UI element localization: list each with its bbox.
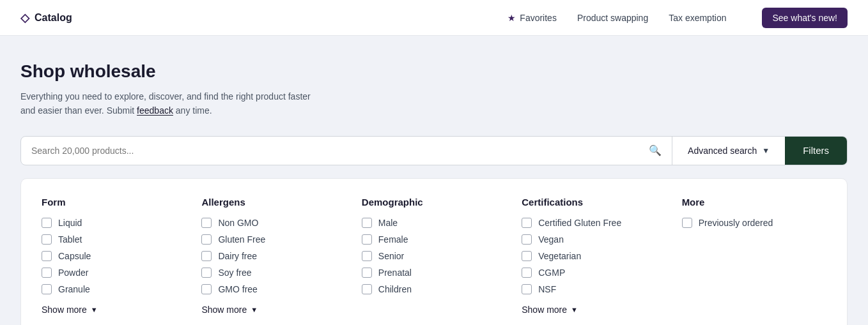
whats-new-button[interactable]: See what's new! — [762, 8, 848, 28]
list-item[interactable]: Vegan — [522, 234, 666, 245]
list-item[interactable]: Gluten Free — [201, 234, 346, 245]
subtitle-text-3: any time. — [173, 105, 212, 116]
filter-items-demographic: MaleFemaleSeniorPrenatalChildren — [362, 218, 506, 294]
favorites-link[interactable]: ★ Favorites — [508, 13, 557, 23]
filter-checkbox[interactable] — [682, 218, 692, 228]
filter-col-title-demographic: Demographic — [362, 197, 506, 208]
list-item[interactable]: CGMP — [522, 268, 666, 278]
search-icon: 🔍 — [649, 144, 662, 156]
chevron-down-icon: ▼ — [91, 306, 98, 314]
filter-item-label: CGMP — [538, 268, 565, 278]
filter-checkbox[interactable] — [522, 251, 532, 261]
page-title: Shop wholesale — [20, 61, 848, 82]
list-item[interactable]: Tablet — [42, 234, 186, 245]
list-item[interactable]: Female — [362, 234, 506, 245]
list-item[interactable]: GMO free — [201, 284, 346, 294]
filter-column-form: FormLiquidTabletCapsulePowderGranuleShow… — [42, 197, 201, 315]
filter-column-demographic: DemographicMaleFemaleSeniorPrenatalChild… — [362, 197, 522, 315]
filter-checkbox[interactable] — [201, 251, 212, 261]
filter-checkbox[interactable] — [42, 251, 52, 261]
advanced-search-button[interactable]: Advanced search ▼ — [672, 137, 785, 165]
filter-checkbox[interactable] — [522, 218, 532, 228]
filter-item-label: Granule — [58, 284, 90, 294]
tax-exemption-link[interactable]: Tax exemption — [669, 13, 726, 23]
filter-checkbox[interactable] — [201, 218, 212, 228]
page-subtitle: Everything you need to explore, discover… — [20, 89, 848, 118]
star-icon: ★ — [508, 13, 516, 23]
filter-panel: FormLiquidTabletCapsulePowderGranuleShow… — [20, 178, 848, 325]
filter-checkbox[interactable] — [522, 234, 532, 245]
logo-label: Catalog — [35, 12, 72, 24]
show-more-button-allergens[interactable]: Show more▼ — [201, 305, 258, 315]
filter-item-label: NSF — [538, 284, 556, 294]
chevron-down-icon: ▼ — [762, 146, 770, 155]
search-input[interactable] — [31, 137, 644, 165]
search-input-container: 🔍 — [21, 137, 672, 165]
filter-checkbox[interactable] — [42, 284, 52, 294]
chevron-down-icon: ▼ — [251, 306, 258, 314]
list-item[interactable]: NSF — [522, 284, 666, 294]
list-item[interactable]: Powder — [42, 268, 186, 278]
filter-items-form: LiquidTabletCapsulePowderGranule — [42, 218, 186, 294]
filter-column-allergens: AllergensNon GMOGluten FreeDairy freeSoy… — [201, 197, 361, 315]
filter-item-label: Tablet — [58, 234, 82, 245]
filter-item-label: Liquid — [58, 218, 82, 228]
filter-item-label: Non GMO — [218, 218, 258, 228]
list-item[interactable]: Dairy free — [201, 251, 346, 261]
filter-checkbox[interactable] — [362, 234, 372, 245]
filter-checkbox[interactable] — [42, 268, 52, 278]
list-item[interactable]: Soy free — [201, 268, 346, 278]
filter-item-label: Powder — [58, 268, 88, 278]
chevron-down-icon: ▼ — [571, 306, 578, 314]
filter-items-certifications: Certified Gluten FreeVeganVegetarianCGMP… — [522, 218, 666, 294]
subtitle-text-2: and easier than ever. Submit — [20, 105, 137, 116]
product-swapping-link[interactable]: Product swapping — [577, 13, 648, 23]
list-item[interactable]: Previously ordered — [682, 218, 826, 228]
filter-item-label: Dairy free — [218, 251, 257, 261]
filter-checkbox[interactable] — [201, 234, 212, 245]
filter-item-label: Certified Gluten Free — [538, 218, 621, 228]
navigation: ◇ Catalog ★ Favorites Product swapping T… — [0, 0, 868, 36]
filter-item-label: Soy free — [218, 268, 251, 278]
filter-item-label: Male — [378, 218, 398, 228]
filter-column-certifications: CertificationsCertified Gluten FreeVegan… — [522, 197, 681, 315]
main-content: Shop wholesale Everything you need to ex… — [0, 36, 868, 325]
list-item[interactable]: Certified Gluten Free — [522, 218, 666, 228]
filter-checkbox[interactable] — [201, 268, 212, 278]
nav-links: ★ Favorites Product swapping Tax exempti… — [508, 8, 848, 28]
filter-checkbox[interactable] — [362, 251, 372, 261]
filter-item-label: Senior — [378, 251, 404, 261]
filter-col-title-more: More — [682, 197, 826, 208]
subtitle-text-1: Everything you need to explore, discover… — [20, 91, 311, 102]
filters-button[interactable]: Filters — [785, 137, 847, 165]
filter-checkbox[interactable] — [362, 268, 372, 278]
filter-checkbox[interactable] — [522, 268, 532, 278]
filter-item-label: GMO free — [218, 284, 257, 294]
feedback-link[interactable]: feedback — [137, 105, 173, 116]
filter-checkbox[interactable] — [362, 218, 372, 228]
filter-checkbox[interactable] — [42, 234, 52, 245]
filter-item-label: Vegetarian — [538, 251, 581, 261]
list-item[interactable]: Granule — [42, 284, 186, 294]
list-item[interactable]: Children — [362, 284, 506, 294]
advanced-search-label: Advanced search — [688, 146, 757, 156]
filter-col-title-allergens: Allergens — [201, 197, 346, 208]
list-item[interactable]: Prenatal — [362, 268, 506, 278]
list-item[interactable]: Male — [362, 218, 506, 228]
list-item[interactable]: Capsule — [42, 251, 186, 261]
show-more-button-form[interactable]: Show more▼ — [42, 305, 98, 315]
filter-item-label: Female — [378, 234, 408, 245]
filter-checkbox[interactable] — [201, 284, 212, 294]
filter-checkbox[interactable] — [362, 284, 372, 294]
show-more-button-certifications[interactable]: Show more▼ — [522, 305, 578, 315]
show-more-label: Show more — [42, 305, 87, 315]
filter-checkbox[interactable] — [522, 284, 532, 294]
filter-item-label: Gluten Free — [218, 234, 265, 245]
logo[interactable]: ◇ Catalog — [20, 11, 72, 25]
show-more-label: Show more — [522, 305, 567, 315]
filter-checkbox[interactable] — [42, 218, 52, 228]
list-item[interactable]: Non GMO — [201, 218, 346, 228]
list-item[interactable]: Vegetarian — [522, 251, 666, 261]
list-item[interactable]: Liquid — [42, 218, 186, 228]
list-item[interactable]: Senior — [362, 251, 506, 261]
